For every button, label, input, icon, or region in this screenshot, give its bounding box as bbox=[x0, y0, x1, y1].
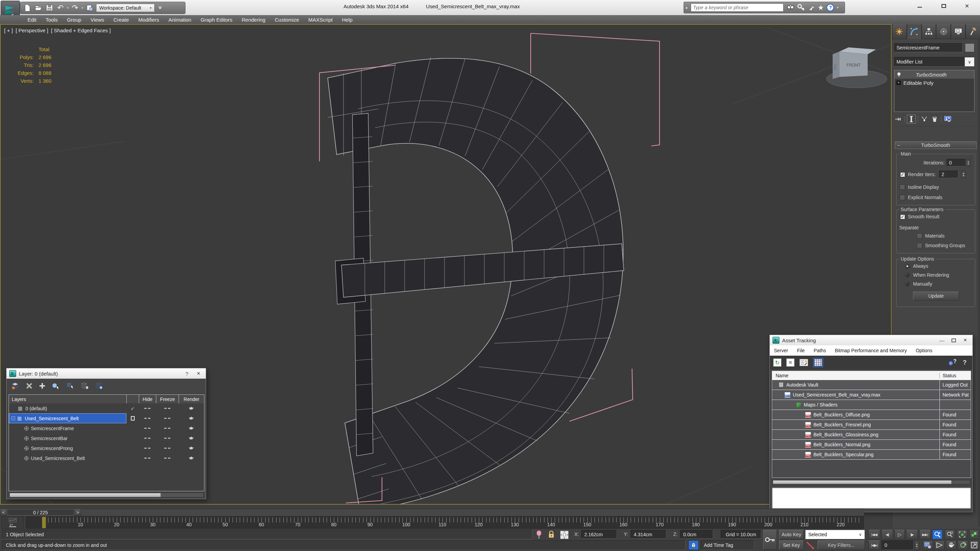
asset-row[interactable]: PNG Belt_Bucklers_Normal.png Found bbox=[772, 440, 971, 450]
remove-modifier-button[interactable] bbox=[931, 115, 939, 123]
pan-view-button[interactable] bbox=[946, 540, 956, 550]
spinner-up-icon[interactable]: ▲ bbox=[915, 543, 919, 545]
layer-dialog-titlebar[interactable]: Layer: 0 (default) ? × bbox=[6, 368, 206, 379]
render-toggle[interactable] bbox=[179, 407, 204, 411]
select-layer-icon[interactable] bbox=[66, 382, 75, 390]
delete-layer-icon[interactable] bbox=[26, 383, 33, 389]
column-render[interactable]: Render bbox=[179, 395, 204, 403]
field-of-view-button[interactable] bbox=[934, 540, 945, 550]
render-iters-checkbox[interactable]: ✓ bbox=[900, 172, 905, 177]
dialog-close-button[interactable]: × bbox=[194, 370, 203, 377]
modifier-list-dropdown[interactable]: Modifier List ∨ bbox=[894, 57, 975, 67]
iterations-spinner[interactable]: ▲▼ bbox=[966, 159, 971, 167]
spinner-up-icon[interactable]: ▲ bbox=[961, 172, 966, 175]
layer-object-row[interactable]: SemicrescentProng bbox=[9, 443, 204, 453]
menu-item[interactable]: Graph Editors bbox=[200, 17, 232, 23]
search-expand-arrow[interactable]: ▸ bbox=[686, 5, 688, 10]
z-coordinate-field[interactable]: 0.0cm bbox=[680, 530, 713, 538]
maximize-viewport-toggle[interactable] bbox=[969, 540, 979, 550]
zoom-extents-all-button[interactable] bbox=[969, 530, 979, 539]
menu-item[interactable]: Animation bbox=[168, 17, 191, 23]
orbit-view-button[interactable] bbox=[958, 540, 968, 550]
turbosmooth-rollout-header[interactable]: − TurboSmooth bbox=[895, 141, 977, 149]
column-current[interactable] bbox=[126, 395, 139, 403]
undo-button[interactable]: ↶ bbox=[56, 3, 65, 13]
add-time-tag-button[interactable]: Add Time Tag bbox=[701, 540, 754, 550]
current-frame-field[interactable]: 0 bbox=[881, 540, 914, 550]
zoom-extents-selected-button[interactable] bbox=[957, 530, 967, 539]
freeze-toggle[interactable] bbox=[156, 418, 179, 419]
project-folder-button[interactable] bbox=[85, 3, 94, 13]
freeze-toggle[interactable] bbox=[156, 408, 179, 409]
menu-item[interactable]: Modifiers bbox=[138, 17, 159, 23]
scrollbar-thumb[interactable] bbox=[773, 480, 951, 484]
dialog-help-button[interactable]: ? bbox=[182, 371, 191, 376]
hide-toggle[interactable] bbox=[139, 438, 156, 439]
scrollbar-thumb[interactable] bbox=[10, 493, 161, 497]
table-view-icon[interactable] bbox=[813, 358, 823, 367]
tab-utilities[interactable] bbox=[966, 24, 980, 39]
current-frame-marker[interactable] bbox=[42, 517, 46, 528]
layer-horizontal-scrollbar[interactable] bbox=[9, 493, 204, 497]
timeline-ruler[interactable]: 0102030405060708090100110120130140150160… bbox=[26, 516, 864, 529]
asset-row[interactable]: Autodesk Vault Logged Out bbox=[772, 380, 971, 390]
menu-item[interactable]: Help bbox=[342, 17, 352, 23]
column-name[interactable]: Name bbox=[772, 373, 940, 378]
asset-row[interactable]: PNG Belt_Bucklers_Fresnel.png Found bbox=[772, 420, 971, 430]
previous-frame-button[interactable]: < bbox=[0, 509, 7, 516]
x-coordinate-field[interactable]: 2.162cm bbox=[581, 530, 617, 538]
asset-menu-item[interactable]: Paths bbox=[814, 348, 826, 353]
viewport-menu-view[interactable]: [ Perspective ] bbox=[16, 27, 48, 33]
redo-history-caret[interactable]: ▾ bbox=[82, 6, 83, 10]
previous-key-button[interactable]: ◀| bbox=[881, 530, 893, 539]
set-key-red-icon[interactable] bbox=[806, 541, 815, 549]
when-rendering-radio[interactable] bbox=[905, 273, 910, 277]
menu-item[interactable]: Views bbox=[91, 17, 104, 23]
modifier-stack-item-editable-poly[interactable]: + Editable Poly bbox=[894, 79, 974, 87]
smooth-result-checkbox[interactable]: ✓ bbox=[900, 214, 905, 219]
isoline-display-checkbox[interactable] bbox=[900, 185, 905, 190]
make-unique-button[interactable] bbox=[920, 115, 929, 123]
selection-set-dropdown[interactable]: Selected ∨ bbox=[805, 530, 865, 539]
column-hide[interactable]: Hide bbox=[139, 395, 156, 403]
column-status[interactable]: Status bbox=[940, 373, 956, 378]
redo-button[interactable]: ↷ bbox=[71, 3, 80, 13]
freeze-toggle[interactable] bbox=[156, 448, 179, 449]
render-toggle[interactable] bbox=[179, 446, 204, 450]
expand-plus-icon[interactable]: + bbox=[897, 81, 900, 85]
column-freeze[interactable]: Freeze bbox=[156, 395, 179, 403]
next-frame-button[interactable]: > bbox=[74, 509, 81, 516]
object-color-swatch[interactable] bbox=[965, 43, 975, 52]
explicit-normals-checkbox[interactable] bbox=[900, 195, 905, 200]
toolbar-flyout-button[interactable] bbox=[157, 3, 164, 13]
render-iters-spinner[interactable]: ▲▼ bbox=[961, 171, 966, 178]
configure-modifier-sets-button[interactable] bbox=[943, 115, 952, 123]
hide-toggle[interactable] bbox=[139, 418, 156, 419]
viewport-menu-shading[interactable]: [ Shaded + Edged Faces ] bbox=[51, 27, 111, 33]
layer-object-row[interactable]: SemicrescentFrame bbox=[9, 423, 204, 433]
view-cube[interactable]: FRONT LEFT bbox=[826, 48, 887, 88]
key-mode-toggle-button[interactable]: |◀▶| bbox=[869, 540, 880, 550]
viewport-menu-plus[interactable]: [ + ] bbox=[4, 27, 13, 33]
freeze-toggle[interactable] bbox=[156, 457, 179, 459]
layer-object-row[interactable]: Used_Semicrescent_Belt bbox=[9, 453, 204, 463]
zoom-mode-button[interactable] bbox=[932, 530, 943, 539]
asset-menu-item[interactable]: Bitmap Performance and Memory bbox=[835, 348, 907, 353]
panel-scroll-strip[interactable] bbox=[978, 39, 980, 527]
asset-row[interactable]: PNG Belt_Bucklers_Diffuse.png Found bbox=[772, 410, 971, 420]
search-icon[interactable] bbox=[786, 4, 794, 11]
freeze-toggle[interactable] bbox=[156, 428, 179, 429]
asset-menu-item[interactable]: Server bbox=[774, 348, 788, 353]
web-help-icon[interactable]: ? bbox=[948, 359, 957, 367]
zoom-all-button[interactable] bbox=[945, 530, 955, 539]
menu-item[interactable]: Tools bbox=[46, 17, 58, 23]
highlight-selected-layer-icon[interactable] bbox=[81, 382, 89, 390]
update-button[interactable]: Update bbox=[913, 291, 959, 300]
dialog-close-button[interactable]: × bbox=[961, 337, 970, 344]
tab-create[interactable] bbox=[892, 24, 907, 39]
set-key-button[interactable]: Set Key bbox=[779, 540, 804, 550]
layer-object-row[interactable]: SemicrescentBar bbox=[9, 433, 204, 443]
undo-history-caret[interactable]: ▾ bbox=[67, 6, 69, 10]
hide-toggle[interactable] bbox=[139, 448, 156, 449]
tab-motion[interactable] bbox=[936, 24, 951, 39]
